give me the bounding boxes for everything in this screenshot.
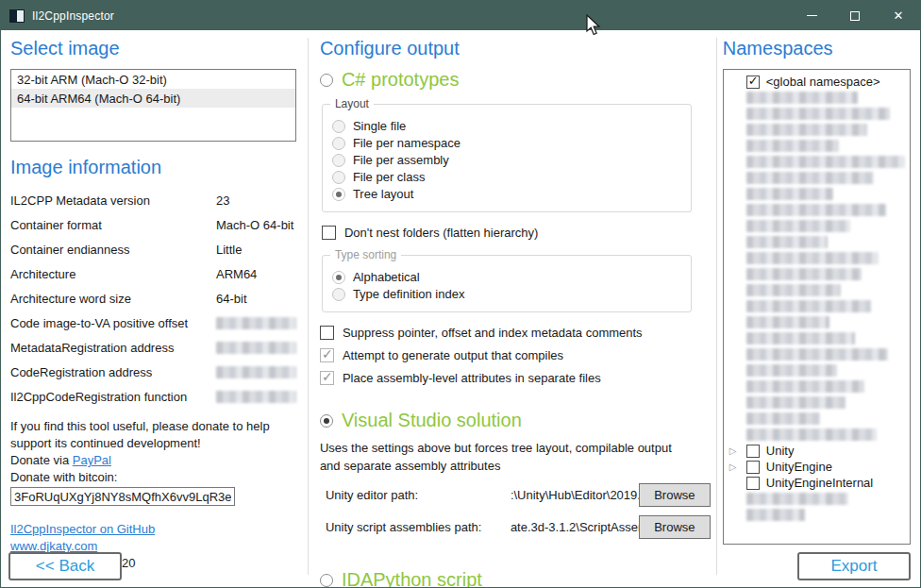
idapython-label: IDAPython script: [342, 569, 482, 588]
suppress-comments-checkbox[interactable]: [320, 326, 334, 340]
info-value: Mach-O 64-bit: [216, 218, 293, 232]
layout-option-tree-layout[interactable]: Tree layout: [332, 187, 681, 201]
tree-layout-radio[interactable]: [332, 188, 345, 201]
layout-option-file-per-namespace[interactable]: File per namespace: [332, 136, 681, 150]
layout-group-label: Layout: [330, 97, 374, 110]
file-per-assembly-radio[interactable]: [332, 154, 345, 167]
namespace-item-redacted[interactable]: [729, 491, 908, 507]
namespace-item-redacted[interactable]: [729, 507, 908, 523]
image-list-item[interactable]: 32-bit ARM (Mach-O 32-bit): [11, 70, 295, 89]
namespace-item-redacted[interactable]: [729, 234, 908, 250]
namespaces-list[interactable]: ✓<global namespace>▷Unity▷UnityEngineUni…: [723, 69, 911, 545]
namespace-item-redacted[interactable]: [729, 378, 908, 395]
namespace-item-redacted[interactable]: [729, 138, 908, 154]
namespace-checkbox[interactable]: [746, 445, 760, 458]
namespace-checkbox[interactable]: [746, 461, 760, 474]
layout-option-single-file[interactable]: Single file: [332, 119, 681, 133]
type-definition-index-radio[interactable]: [332, 288, 345, 301]
namespace-item-redacted[interactable]: [729, 186, 908, 202]
info-value-redacted: [216, 366, 296, 378]
suppress-comments-option[interactable]: Suppress pointer, offset and index metad…: [320, 326, 711, 340]
namespace-item-redacted[interactable]: [729, 106, 908, 122]
namespace-item-redacted[interactable]: [729, 314, 908, 330]
expander-icon[interactable]: ▷: [729, 462, 746, 472]
namespace-label: UnityEngine: [766, 460, 832, 474]
unity-editor-path-value[interactable]: :\Unity\Hub\Editor\2019.2.8f1: [511, 488, 639, 502]
namespace-item-redacted[interactable]: [729, 202, 908, 218]
github-link[interactable]: Il2CppInspector on GitHub: [10, 522, 155, 536]
minimize-button[interactable]: [790, 1, 833, 30]
namespace-item[interactable]: UnityEngineInternal: [729, 475, 908, 491]
namespace-item[interactable]: ▷UnityEngine: [729, 459, 908, 475]
redacted-namespace-text: [746, 348, 888, 361]
separate-attributes-option[interactable]: ✓ Place assembly-level attributes in sep…: [320, 371, 711, 385]
single-file-radio[interactable]: [332, 120, 345, 133]
layout-option-file-per-class[interactable]: File per class: [332, 170, 681, 184]
namespace-checkbox[interactable]: ✓: [746, 76, 760, 89]
close-button[interactable]: ✕: [877, 1, 920, 30]
unity-script-path-label: Unity script assemblies path:: [326, 520, 511, 534]
alphabetical-label: Alphabetical: [353, 270, 420, 284]
namespace-item-redacted[interactable]: [729, 411, 908, 427]
namespace-item-redacted[interactable]: [729, 266, 908, 282]
namespace-item-redacted[interactable]: [729, 395, 908, 411]
visual-studio-radio[interactable]: [320, 414, 333, 428]
file-per-namespace-radio[interactable]: [332, 137, 345, 150]
visual-studio-option[interactable]: Visual Studio solution: [320, 410, 711, 431]
layout-option-file-per-assembly[interactable]: File per assembly: [332, 153, 681, 167]
alphabetical-radio[interactable]: [332, 271, 345, 284]
redacted-namespace-text: [746, 252, 879, 264]
idapython-option[interactable]: IDAPython script: [320, 569, 711, 588]
namespace-item-redacted[interactable]: [729, 122, 908, 138]
bitcoin-address-input[interactable]: [10, 487, 235, 506]
app-window: Il2CppInspector ✕ Select image 32-bit AR…: [0, 0, 921, 588]
namespace-label: UnityEngineInternal: [766, 476, 873, 490]
attempt-compile-option[interactable]: ✓ Attempt to generate output that compil…: [320, 348, 711, 362]
namespace-item-redacted[interactable]: [729, 218, 908, 234]
csharp-prototypes-option[interactable]: C# prototypes: [320, 69, 711, 91]
image-list-item[interactable]: 64-bit ARM64 (Mach-O 64-bit): [11, 89, 295, 108]
attempt-compile-checkbox[interactable]: ✓: [320, 348, 334, 362]
namespace-item-redacted[interactable]: [729, 282, 908, 298]
unity-script-browse-button[interactable]: Browse: [639, 515, 711, 539]
file-per-class-radio[interactable]: [332, 171, 345, 184]
maximize-button[interactable]: [833, 1, 877, 30]
namespace-item-redacted[interactable]: [729, 346, 908, 362]
unity-editor-browse-button[interactable]: Browse: [639, 483, 711, 507]
donation-appeal: If you find this tool useful, please don…: [10, 419, 270, 450]
namespace-item-redacted[interactable]: [729, 154, 908, 170]
idapython-radio[interactable]: [320, 574, 333, 587]
csharp-prototypes-radio[interactable]: [320, 74, 333, 87]
info-key: Architecture word size: [10, 292, 216, 306]
namespace-checkbox[interactable]: [746, 477, 760, 490]
redacted-namespace-text: [746, 493, 848, 505]
unity-script-path-value[interactable]: ate.3d-3.1.2\ScriptAssemblies: [511, 520, 639, 534]
expander-icon[interactable]: ▷: [729, 446, 746, 456]
info-key: Architecture: [10, 267, 216, 281]
namespaces-pane: Namespaces ✓<global namespace>▷Unity▷Uni…: [717, 30, 920, 588]
type-sorting-groupbox: Type sorting Alphabetical Type definitio…: [322, 255, 692, 312]
namespace-item[interactable]: ✓<global namespace>: [729, 74, 908, 90]
export-button[interactable]: Export: [797, 552, 911, 580]
flatten-hierarchy-checkbox[interactable]: [322, 226, 336, 240]
info-key: CodeRegistration address: [10, 365, 216, 379]
namespace-item-redacted[interactable]: [729, 250, 908, 266]
flatten-hierarchy-option[interactable]: Don't nest folders (flatten hierarchy): [322, 226, 711, 240]
separate-attributes-checkbox[interactable]: ✓: [320, 371, 334, 385]
unity-editor-path-label: Unity editor path:: [326, 488, 511, 502]
website-link[interactable]: www.djkaty.com: [10, 539, 97, 553]
namespace-item-redacted[interactable]: [729, 170, 908, 186]
namespace-item-redacted[interactable]: [729, 362, 908, 378]
redacted-namespace-text: [746, 396, 846, 409]
namespace-item-redacted[interactable]: [729, 427, 908, 443]
image-listbox[interactable]: 32-bit ARM (Mach-O 32-bit)64-bit ARM64 (…: [10, 69, 296, 142]
namespace-item[interactable]: ▷Unity: [729, 443, 908, 459]
paypal-link[interactable]: PayPal: [73, 453, 111, 467]
app-icon: [9, 9, 25, 23]
namespace-item-redacted[interactable]: [729, 298, 908, 314]
namespace-item-redacted[interactable]: [729, 90, 908, 106]
type-sorting-alphabetical-option[interactable]: Alphabetical: [332, 270, 681, 284]
back-button[interactable]: << Back: [8, 552, 122, 580]
namespace-item-redacted[interactable]: [729, 330, 908, 346]
type-sorting-index-option[interactable]: Type definition index: [332, 287, 681, 301]
